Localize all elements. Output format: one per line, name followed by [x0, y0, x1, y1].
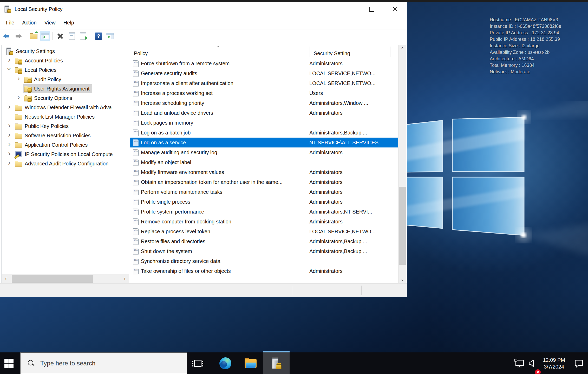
export-list-icon[interactable]: [78, 31, 88, 41]
policy-row[interactable]: Increase a process working set Users: [130, 88, 398, 98]
policy-row[interactable]: Log on as a service NT SERVICE\ALL SERVI…: [130, 138, 398, 147]
tree-node[interactable]: Network List Manager Policies: [14, 112, 97, 121]
menu-item[interactable]: Help: [60, 18, 78, 27]
toolbar-separator[interactable]: [91, 32, 91, 40]
tree-node[interactable]: Security Settings: [5, 47, 57, 56]
menu-item[interactable]: Action: [18, 18, 41, 27]
tree-expander-icon[interactable]: [5, 152, 14, 157]
policy-row[interactable]: Restore files and directories Administra…: [130, 236, 398, 246]
tree-expander-icon[interactable]: [5, 161, 14, 166]
policy-row[interactable]: Obtain an impersonation token for anothe…: [130, 177, 398, 187]
tree-item[interactable]: Network List Manager Policies: [2, 112, 129, 121]
list-vertical-scrollbar[interactable]: ⌃ ⌄: [398, 45, 406, 283]
toolbar-separator[interactable]: [26, 32, 26, 40]
tree-item[interactable]: Security Settings: [2, 47, 129, 56]
taskbar-clock[interactable]: 12:09 PM 3/7/2024: [543, 357, 565, 370]
tree-node[interactable]: Audit Policy: [23, 75, 64, 84]
scroll-right-icon[interactable]: ›: [121, 274, 129, 283]
tree-item[interactable]: Windows Defender Firewall with Adva: [2, 103, 129, 112]
tree-item[interactable]: Software Restriction Policies: [2, 131, 129, 140]
policy-row[interactable]: Generate security audits LOCAL SERVICE,N…: [130, 68, 398, 78]
tree-expander-icon[interactable]: [5, 142, 14, 147]
toolbar-separator[interactable]: [53, 32, 53, 40]
column-divider[interactable]: [390, 47, 390, 57]
tree-node[interactable]: User Rights Assignment: [23, 84, 92, 93]
up-one-level-icon[interactable]: [28, 31, 39, 41]
tree-expander-icon[interactable]: [14, 77, 23, 82]
tree-node[interactable]: Application Control Policies: [14, 140, 90, 149]
policy-row[interactable]: Manage auditing and security log Adminis…: [130, 147, 398, 157]
policy-row[interactable]: Log on as a batch job Administrators,Bac…: [130, 128, 398, 138]
tree-item[interactable]: Audit Policy: [2, 75, 129, 84]
tree-node[interactable]: Account Policies: [14, 56, 66, 65]
policy-row[interactable]: Replace a process level token LOCAL SERV…: [130, 227, 398, 236]
local-security-policy-taskbar-button[interactable]: [263, 352, 290, 374]
taskbar-search-input[interactable]: Type here to search: [20, 352, 187, 374]
minimize-button[interactable]: [337, 2, 360, 16]
tree-node[interactable]: IP Security Policies on Local Compute: [14, 150, 115, 159]
back-icon[interactable]: [2, 31, 12, 41]
tree-node[interactable]: Public Key Policies: [14, 122, 71, 131]
forward-icon[interactable]: [13, 31, 23, 41]
tree-expander-icon[interactable]: [5, 105, 14, 110]
delete-icon[interactable]: [55, 31, 66, 41]
policy-row[interactable]: Take ownership of files or other objects…: [130, 266, 398, 276]
properties-icon[interactable]: [67, 31, 77, 41]
tree-item[interactable]: Account Policies: [2, 56, 129, 65]
policy-row[interactable]: Perform volume maintenance tasks Adminis…: [130, 187, 398, 197]
tree-expander-icon[interactable]: [5, 67, 14, 73]
menu-item[interactable]: File: [2, 18, 18, 27]
policy-row[interactable]: Modify an object label: [130, 157, 398, 167]
tree-item[interactable]: Advanced Audit Policy Configuration: [2, 159, 129, 168]
policy-row[interactable]: Profile single process Administrators: [130, 197, 398, 207]
action-center-button[interactable]: [570, 352, 588, 374]
tree-item[interactable]: Application Control Policies: [2, 140, 129, 150]
start-button[interactable]: [0, 352, 18, 374]
tree-item[interactable]: IP Security Policies on Local Compute: [2, 150, 129, 159]
network-tray-button[interactable]: [514, 352, 526, 374]
file-explorer-button[interactable]: [243, 352, 259, 374]
edge-browser-button[interactable]: [218, 352, 233, 374]
scroll-left-icon[interactable]: ‹: [2, 274, 10, 283]
tree-node[interactable]: Windows Defender Firewall with Adva: [14, 103, 114, 112]
horizontal-scroll-thumb[interactable]: [12, 275, 93, 283]
maximize-button[interactable]: [360, 2, 383, 16]
tree-horizontal-scrollbar[interactable]: ‹ ›: [2, 274, 129, 283]
policy-row[interactable]: Load and unload device drivers Administr…: [130, 108, 398, 118]
policy-row[interactable]: Force shutdown from a remote system Admi…: [130, 59, 398, 68]
column-header-security-setting[interactable]: Security Setting: [314, 45, 350, 58]
policy-row[interactable]: Shut down the system Administrators,Back…: [130, 246, 398, 256]
tree-item[interactable]: Public Key Policies: [2, 121, 129, 131]
show-action-pane-icon[interactable]: [105, 31, 115, 41]
tree-node[interactable]: Software Restriction Policies: [14, 131, 93, 140]
policy-row[interactable]: Impersonate a client after authenticatio…: [130, 78, 398, 88]
close-button[interactable]: [383, 2, 407, 16]
policy-row[interactable]: Synchronize directory service data: [130, 256, 398, 266]
tree-item[interactable]: User Rights Assignment: [2, 84, 129, 93]
tree-item[interactable]: Security Options: [2, 93, 129, 103]
scroll-up-icon[interactable]: ⌃: [398, 45, 406, 53]
show-console-tree-icon[interactable]: [40, 31, 50, 41]
column-header-policy[interactable]: Policy: [134, 45, 148, 58]
tree-node[interactable]: Security Options: [23, 94, 75, 102]
volume-tray-button[interactable]: [528, 352, 538, 374]
policy-row[interactable]: Remove computer from docking station Adm…: [130, 217, 398, 227]
tree-node[interactable]: Advanced Audit Policy Configuration: [14, 159, 111, 168]
policy-row[interactable]: Modify firmware environment values Admin…: [130, 167, 398, 177]
tree-expander-icon[interactable]: [5, 133, 14, 138]
scroll-down-icon[interactable]: ⌄: [398, 275, 406, 283]
policy-row[interactable]: Profile system performance Administrator…: [130, 207, 398, 217]
tree-expander-icon[interactable]: [5, 124, 14, 129]
column-divider[interactable]: [310, 47, 310, 57]
menu-item[interactable]: View: [41, 18, 60, 27]
help-icon[interactable]: [93, 31, 104, 41]
task-view-button[interactable]: [190, 352, 205, 374]
tree-item[interactable]: Local Policies: [2, 65, 129, 75]
tree-node[interactable]: Local Policies: [14, 66, 59, 74]
vertical-scroll-thumb[interactable]: [399, 187, 406, 265]
tree-expander-icon[interactable]: [5, 58, 14, 63]
policy-document-icon: [133, 199, 139, 205]
policy-row[interactable]: Increase scheduling priority Administrat…: [130, 98, 398, 108]
tree-expander-icon[interactable]: [14, 95, 23, 101]
policy-row[interactable]: Lock pages in memory: [130, 118, 398, 128]
